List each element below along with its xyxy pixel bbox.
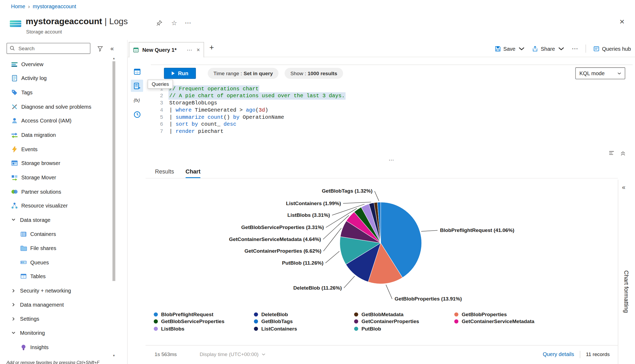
tables-pane-button[interactable]	[131, 65, 143, 78]
sidebar-group-settings[interactable]: Settings	[0, 312, 111, 326]
sidebar-collapse-button[interactable]: «	[110, 45, 114, 52]
breadcrumb-separator-icon: ›	[28, 3, 30, 9]
tab-close-icon[interactable]: ×	[197, 46, 200, 53]
kql-mode-dropdown[interactable]: KQL mode	[575, 67, 625, 79]
scrollbar-up-arrow-icon[interactable]: ▲	[112, 56, 116, 60]
pin-button[interactable]	[155, 19, 164, 27]
new-tab-button[interactable]: +	[209, 43, 214, 52]
code-token: |	[169, 114, 176, 120]
sidebar-item-label: Storage Mover	[21, 174, 56, 180]
tab-more-icon[interactable]: ⋯	[187, 47, 193, 53]
code-token: ()	[223, 114, 233, 120]
sidebar-item-insights[interactable]: Insights	[0, 340, 111, 354]
chart-legend: BlobPreflightRequestGetBlobServiceProper…	[154, 311, 554, 332]
panel-splitter-handle[interactable]: ⋯	[151, 158, 633, 162]
legend-item-GetContainerServiceMetadata: GetContainerServiceMetadata	[454, 319, 555, 325]
scrollbar-thumb[interactable]	[113, 61, 115, 281]
save-button[interactable]: Save	[495, 45, 525, 52]
editor-line-6: 6| sort by count_ desc	[151, 121, 633, 128]
legend-dot	[454, 320, 458, 324]
expand-formatting-panel-button[interactable]: «	[622, 184, 625, 191]
line-number: 7	[151, 128, 163, 135]
page-title: mystorageaccount| Logs	[26, 16, 128, 26]
sidebar-item-label: Tables	[30, 273, 46, 280]
legend-dot	[354, 327, 358, 331]
sidebar-group-data-storage[interactable]: Data storage	[0, 213, 111, 227]
sidebar-item-resource-visualizer[interactable]: Resource visualizer	[0, 199, 111, 213]
tab-chart[interactable]: Chart	[185, 166, 200, 178]
history-clock-icon	[133, 111, 141, 118]
chevron-right-icon	[11, 288, 16, 293]
logs-workspace: New Query 1* ⋯ × + Save Share ⋯	[128, 40, 635, 364]
overview-icon	[11, 61, 18, 68]
sidebar-item-partner-solutions[interactable]: Partner solutions	[0, 184, 111, 198]
share-label: Share	[541, 45, 555, 52]
legend-item-DeleteBlob: DeleteBlob	[254, 311, 354, 317]
filter-button[interactable]	[97, 45, 103, 52]
queries-pane-button[interactable]	[131, 80, 143, 92]
query-tab[interactable]: New Query 1* ⋯ ×	[129, 42, 204, 57]
legend-item-GetContainerProperties: GetContainerProperties	[354, 319, 454, 325]
sidebar-item-queues[interactable]: Queues	[0, 255, 111, 269]
sidebar-item-storage-mover[interactable]: Storage Mover	[0, 170, 111, 184]
legend-item-ListContainers: ListContainers	[254, 326, 354, 332]
tags-icon	[11, 89, 18, 96]
sidebar-item-containers[interactable]: Containers	[0, 227, 111, 241]
results-tab-bar: Results Chart	[146, 166, 618, 179]
sidebar-item-file-shares[interactable]: File shares	[0, 241, 111, 255]
code-token: render	[176, 128, 195, 134]
code-token: count	[207, 114, 223, 120]
sidebar-item-activity-log[interactable]: Activity log	[0, 71, 111, 85]
sidebar-search-input[interactable]	[7, 43, 90, 54]
command-bar-more-button[interactable]: ⋯	[572, 45, 578, 52]
sidebar-group-monitoring[interactable]: Monitoring	[0, 326, 111, 340]
code-token: OperationName	[239, 114, 284, 120]
sidebar-item-label: Containers	[30, 231, 56, 237]
sidebar-item-label: Tags	[21, 90, 32, 96]
functions-pane-button[interactable]: {fx}	[131, 94, 143, 106]
header-more-button[interactable]: ⋯	[184, 19, 193, 27]
close-blade-button[interactable]: ×	[620, 17, 625, 27]
sidebar-item-tags[interactable]: Tags	[0, 86, 111, 100]
sidebar-scrollbar[interactable]: ▲ ▼	[112, 56, 116, 358]
iam-icon	[11, 117, 18, 124]
sidebar-item-access-control-iam[interactable]: Access Control (IAM)	[0, 114, 111, 128]
record-count: 11 records	[586, 352, 609, 357]
sidebar-item-data-migration[interactable]: Data migration	[0, 128, 111, 142]
breadcrumb-home-link[interactable]: Home	[11, 3, 25, 9]
queries-hub-button[interactable]: Queries hub	[594, 45, 631, 52]
sidebar-item-tables[interactable]: Tables	[0, 269, 111, 283]
pie-slice-label: BlobPreflightRequest (41.06%)	[440, 227, 514, 233]
command-bar: Save Share ⋯ Queries hub	[495, 43, 631, 54]
chevron-down-icon	[11, 217, 16, 222]
chevron-right-icon	[11, 302, 16, 307]
query-details-link[interactable]: Query details	[543, 351, 574, 357]
collapse-editor-icon[interactable]	[620, 150, 626, 156]
pie-slice-label: GetContainerProperties (6.62%)	[244, 248, 321, 254]
sidebar-item-overview[interactable]: Overview	[0, 57, 111, 71]
time-range-picker[interactable]: Time range :Set in query	[208, 68, 279, 79]
star-icon: ☆	[171, 19, 177, 27]
sidebar-item-events[interactable]: Events	[0, 142, 111, 156]
scrollbar-down-arrow-icon[interactable]: ▼	[112, 354, 116, 358]
share-button[interactable]: Share	[532, 45, 564, 52]
display-time-dropdown[interactable]: Display time (UTC+00:00)	[200, 352, 265, 357]
queries-hub-label: Queries hub	[602, 45, 631, 52]
code-token: piechart	[195, 128, 223, 134]
chevron-down-icon	[617, 72, 621, 74]
kql-editor[interactable]: 1// Frequent operations chart2// A pie c…	[151, 85, 633, 138]
run-query-button[interactable]: Run	[164, 68, 196, 79]
sidebar-group-security-networking[interactable]: Security + networking	[0, 283, 111, 298]
sidebar-item-diagnose-and-solve-problems[interactable]: Diagnose and solve problems	[0, 100, 111, 114]
activity-log-icon	[11, 75, 18, 82]
favorite-star-button[interactable]: ☆	[170, 19, 179, 27]
result-limit-picker[interactable]: Show :1000 results	[285, 68, 343, 79]
tab-results[interactable]: Results	[155, 166, 174, 178]
breadcrumb-current-link[interactable]: mystorageaccount	[33, 3, 76, 9]
sidebar-group-data-management[interactable]: Data management	[0, 298, 111, 312]
query-history-button[interactable]	[131, 108, 143, 120]
legend-item-GetBlobServiceProperties: GetBlobServiceProperties	[154, 319, 254, 325]
format-query-icon[interactable]	[608, 150, 615, 156]
sidebar-item-storage-browser[interactable]: Storage browser	[0, 156, 111, 170]
chevron-right-icon	[11, 316, 16, 321]
